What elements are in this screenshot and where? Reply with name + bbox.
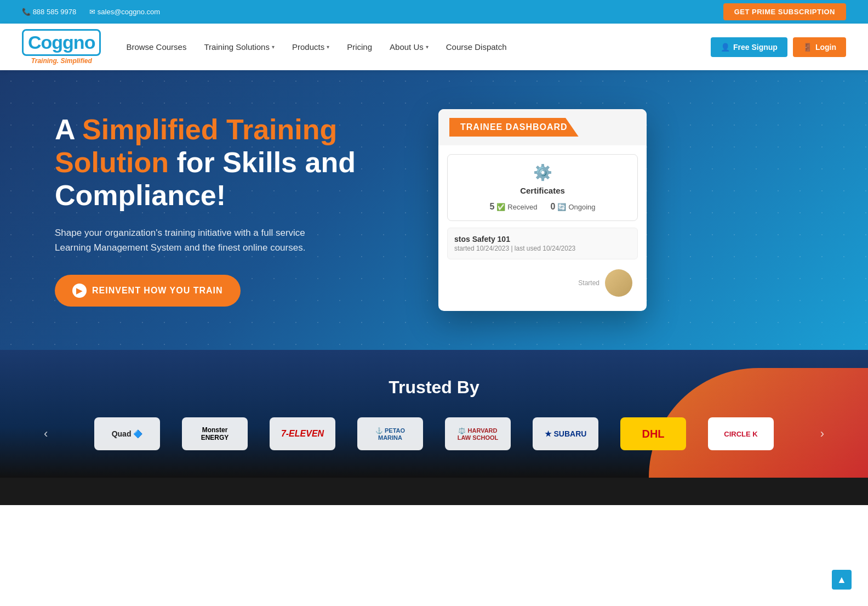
certificate-icon: ⚙️ bbox=[533, 163, 552, 182]
hero-headline-prefix: A bbox=[55, 114, 82, 145]
brand-logo-petao: ⚓ PETAOMARINA bbox=[357, 417, 423, 450]
ongoing-icon: 🔄 bbox=[557, 203, 566, 211]
logo-carousel: Quad 🔷 MonsterENERGY 7-ELEVEN ⚓ PETAOMAR… bbox=[59, 417, 809, 450]
trusted-by-section: Trusted By ‹ Quad 🔷 MonsterENERGY 7-ELEV… bbox=[0, 350, 868, 478]
brand-logo-harvard: ⚖️ HARVARDLAW SCHOOL bbox=[445, 417, 511, 450]
carousel-next-button[interactable]: › bbox=[809, 427, 835, 441]
nav-course-dispatch[interactable]: Course Dispatch bbox=[437, 37, 516, 57]
dashboard-body: ⚙️ Certificates 5 ✅ Received 0 🔄 Ongoing bbox=[438, 145, 647, 311]
dashboard-header: TRAINEE DASHBOARD bbox=[438, 109, 647, 145]
cert-ongoing-count: 0 bbox=[551, 202, 556, 212]
hero-headline: A Simplified Training Solution for Skill… bbox=[55, 114, 416, 212]
check-icon: ✅ bbox=[496, 203, 505, 211]
brand-logo-circle-k: CIRCLE K bbox=[708, 417, 774, 450]
logo-subtitle: Training. Simplified bbox=[31, 57, 92, 65]
nav-products[interactable]: Products ▾ bbox=[283, 37, 338, 57]
chevron-down-icon: ▾ bbox=[327, 44, 329, 50]
hero-content: A Simplified Training Solution for Skill… bbox=[55, 114, 416, 307]
nav-actions: 👤 Free Signup 🚪 Login bbox=[711, 37, 846, 57]
cert-ongoing: 0 🔄 Ongoing bbox=[551, 202, 596, 212]
chevron-down-icon: ▾ bbox=[426, 44, 429, 50]
reinvent-cta-button[interactable]: ▶ REINVENT HOW YOU TRAIN bbox=[55, 275, 241, 307]
top-bar: 888 585 9978 sales@coggno.com GET PRIME … bbox=[0, 0, 868, 24]
cert-ongoing-label: Ongoing bbox=[568, 203, 595, 211]
login-icon: 🚪 bbox=[803, 43, 812, 52]
top-bar-cta[interactable]: GET PRIME SUBSCRIPTION bbox=[723, 3, 846, 20]
logo-name: Coggno bbox=[28, 32, 95, 53]
brand-logo-subaru: ★ SUBARU bbox=[533, 417, 598, 450]
carousel-prev-button[interactable]: ‹ bbox=[33, 427, 59, 441]
nav-about-us[interactable]: About Us ▾ bbox=[381, 37, 437, 57]
login-button[interactable]: 🚪 Login bbox=[793, 37, 846, 57]
dashboard-avatar-row: Started bbox=[447, 264, 638, 302]
bottom-section-hint bbox=[0, 478, 868, 505]
logo[interactable]: Coggno Training. Simplified bbox=[22, 29, 101, 65]
chevron-down-icon: ▾ bbox=[272, 44, 275, 50]
user-icon: 👤 bbox=[721, 43, 730, 52]
hero-subtext: Shape your organization's training initi… bbox=[55, 225, 329, 255]
phone-number: 888 585 9978 bbox=[22, 8, 76, 16]
brand-logo-monster: MonsterENERGY bbox=[182, 417, 248, 450]
brand-logo-seven-eleven: 7-ELEVEN bbox=[270, 417, 335, 450]
cert-received-label: Received bbox=[507, 203, 537, 211]
cert-title: Certificates bbox=[520, 186, 565, 195]
navbar: Coggno Training. Simplified Browse Cours… bbox=[0, 24, 868, 70]
trainee-dashboard-card: TRAINEE DASHBOARD ⚙️ Certificates 5 ✅ Re… bbox=[438, 109, 647, 311]
nav-browse-courses[interactable]: Browse Courses bbox=[117, 37, 195, 57]
nav-links: Browse Courses Training Solutions ▾ Prod… bbox=[117, 37, 711, 57]
course-item-title: stos Safety 101 bbox=[454, 235, 631, 243]
trusted-logos-row: ‹ Quad 🔷 MonsterENERGY 7-ELEVEN ⚓ PETAOM… bbox=[33, 417, 835, 450]
trusted-by-title: Trusted By bbox=[33, 377, 835, 398]
brand-logo-dhl: DHL bbox=[620, 417, 686, 450]
hero-section: A Simplified Training Solution for Skill… bbox=[0, 70, 868, 350]
started-label: Started bbox=[578, 279, 599, 287]
cert-received: 5 ✅ Received bbox=[489, 202, 537, 212]
prime-subscription-button[interactable]: GET PRIME SUBSCRIPTION bbox=[723, 3, 846, 20]
course-item-row: stos Safety 101 started 10/24/2023 | las… bbox=[447, 228, 638, 259]
cert-stats: 5 ✅ Received 0 🔄 Ongoing bbox=[489, 202, 595, 212]
free-signup-button[interactable]: 👤 Free Signup bbox=[711, 37, 787, 57]
brand-logo-quad: Quad 🔷 bbox=[94, 417, 160, 450]
dashboard-title: TRAINEE DASHBOARD bbox=[449, 118, 579, 137]
cta-label: REINVENT HOW YOU TRAIN bbox=[92, 286, 223, 296]
arrow-right-icon: ▶ bbox=[72, 284, 87, 298]
email-address: sales@coggno.com bbox=[89, 8, 160, 16]
nav-training-solutions[interactable]: Training Solutions ▾ bbox=[195, 37, 283, 57]
nav-pricing[interactable]: Pricing bbox=[338, 37, 381, 57]
logo-text: Coggno bbox=[22, 29, 101, 56]
avatar bbox=[605, 269, 632, 297]
certificates-card: ⚙️ Certificates 5 ✅ Received 0 🔄 Ongoing bbox=[447, 154, 638, 221]
cert-received-count: 5 bbox=[489, 202, 494, 212]
course-item-sub: started 10/24/2023 | last used 10/24/202… bbox=[454, 245, 631, 252]
top-bar-left: 888 585 9978 sales@coggno.com bbox=[22, 8, 160, 16]
